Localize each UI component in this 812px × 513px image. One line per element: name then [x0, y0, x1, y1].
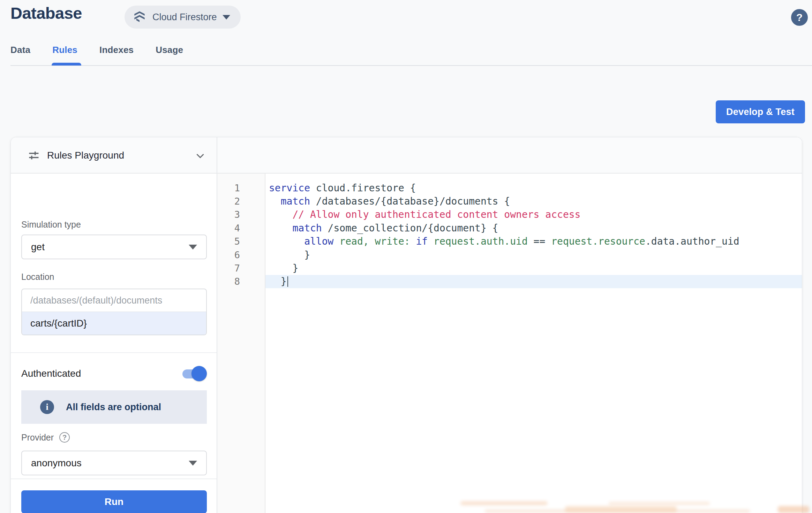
code-line[interactable]: 4 match /some_collection/{document} {: [217, 221, 802, 235]
simulation-type-select[interactable]: get: [21, 235, 207, 259]
line-number: 3: [217, 209, 265, 220]
toggle-knob: [191, 366, 207, 381]
info-banner: i All fields are optional: [21, 390, 207, 424]
line-number: 5: [217, 236, 265, 247]
provider-select[interactable]: anonymous: [21, 451, 207, 475]
tune-icon: [28, 149, 40, 162]
code-line-content[interactable]: // Allow only authenticated content owne…: [265, 208, 802, 221]
dropdown-arrow-icon: [189, 461, 197, 466]
line-number: 8: [217, 276, 265, 287]
card-header: Rules Playground: [11, 137, 802, 174]
tab-data[interactable]: Data: [10, 45, 30, 64]
editor-toolbar: [217, 137, 802, 173]
panel-divider: [11, 352, 217, 353]
rules-playground-header[interactable]: Rules Playground: [11, 137, 217, 173]
code-line-content[interactable]: }: [265, 261, 802, 275]
product-chip-label: Cloud Firestore: [152, 12, 217, 23]
product-selector-chip[interactable]: Cloud Firestore: [125, 6, 241, 29]
code-line[interactable]: 8 }: [217, 275, 802, 288]
line-number: 1: [217, 183, 265, 193]
code-line-content[interactable]: }: [265, 275, 802, 288]
dropdown-arrow-icon: [189, 245, 197, 250]
location-placeholder: /databases/(default)/documents: [22, 289, 206, 312]
code-line[interactable]: 3 // Allow only authenticated content ow…: [217, 208, 802, 221]
rules-code-editor[interactable]: 1service cloud.firestore {2 match /datab…: [217, 174, 802, 513]
code-line-content[interactable]: allow read, write: if request.auth.uid =…: [265, 235, 802, 248]
panel-divider: [11, 478, 217, 479]
authenticated-label: Authenticated: [21, 368, 182, 379]
line-number: 4: [217, 223, 265, 233]
run-button[interactable]: Run: [21, 490, 207, 513]
firestore-icon: [132, 10, 147, 24]
location-input[interactable]: carts/{cartID}: [22, 312, 206, 335]
chevron-down-icon: [223, 15, 230, 20]
active-tab-indicator: [52, 63, 81, 66]
page-title: Database: [10, 3, 82, 23]
line-number: 7: [217, 263, 265, 274]
provider-help-icon[interactable]: ?: [59, 432, 70, 443]
rules-playground-title: Rules Playground: [47, 150, 124, 161]
tab-rules[interactable]: Rules: [52, 45, 77, 64]
provider-value: anonymous: [31, 458, 189, 469]
info-banner-text: All fields are optional: [66, 402, 161, 413]
code-line-content[interactable]: service cloud.firestore {: [265, 181, 802, 194]
location-field[interactable]: /databases/(default)/documents carts/{ca…: [21, 289, 207, 335]
line-number: 6: [217, 250, 265, 260]
rules-card: Rules Playground Simulation type get Loc…: [10, 137, 802, 513]
authenticated-toggle[interactable]: [182, 366, 207, 381]
line-number: 2: [217, 196, 265, 207]
code-line[interactable]: 2 match /databases/{database}/documents …: [217, 194, 802, 208]
code-line[interactable]: 6 }: [217, 248, 802, 261]
simulation-type-value: get: [31, 242, 189, 253]
tabs-divider: [10, 65, 812, 66]
tab-indexes[interactable]: Indexes: [99, 45, 134, 64]
code-area[interactable]: 1service cloud.firestore {2 match /datab…: [217, 174, 802, 288]
develop-test-button[interactable]: Develop & Test: [716, 100, 805, 123]
code-line[interactable]: 7 }: [217, 261, 802, 275]
simulation-type-label: Simulation type: [21, 220, 81, 230]
help-icon[interactable]: ?: [791, 9, 808, 26]
provider-label: Provider: [21, 432, 54, 443]
text-cursor: [287, 276, 288, 287]
location-label: Location: [21, 272, 54, 282]
tab-usage[interactable]: Usage: [156, 45, 183, 64]
rules-playground-panel: Simulation type get Location /databases/…: [11, 174, 217, 513]
info-icon: i: [40, 400, 54, 414]
code-line[interactable]: 1service cloud.firestore {: [217, 181, 802, 194]
code-line-content[interactable]: match /databases/{database}/documents {: [265, 194, 802, 208]
code-line[interactable]: 5 allow read, write: if request.auth.uid…: [217, 235, 802, 248]
tab-bar: Data Rules Indexes Usage: [10, 45, 183, 64]
collapse-chevron-icon[interactable]: [195, 151, 205, 161]
code-line-content[interactable]: }: [265, 248, 802, 261]
code-line-content[interactable]: match /some_collection/{document} {: [265, 221, 802, 235]
